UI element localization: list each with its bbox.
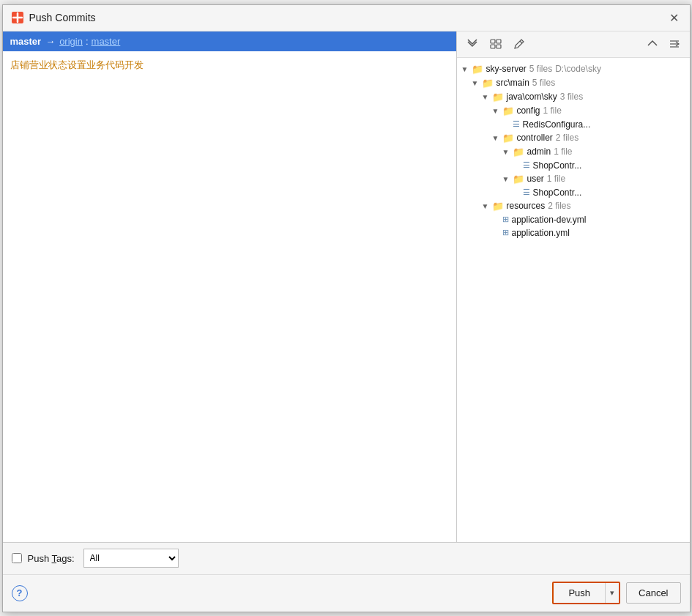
- svg-rect-2: [496, 40, 501, 43]
- redis-config-name: RedisConfigura...: [523, 119, 591, 130]
- controller-count: 2 files: [556, 133, 578, 143]
- config-name: config: [517, 105, 540, 116]
- push-tags-select[interactable]: All None: [83, 549, 179, 568]
- collapse-button[interactable]: [643, 34, 662, 53]
- tree-shop-controller-admin[interactable]: ▼ ☰ ShopContr...: [460, 159, 687, 172]
- folder-icon: 📁: [492, 201, 504, 212]
- chevron-down-icon: ▼: [501, 148, 511, 156]
- local-branch: master: [10, 36, 42, 47]
- bottom-bar: Push Tags: All None: [3, 543, 690, 575]
- yaml-file-icon: ⊞: [502, 228, 509, 237]
- edit-button[interactable]: [510, 34, 529, 53]
- spacer: ▼: [511, 161, 521, 169]
- branch-bar: master → origin : master: [3, 31, 456, 51]
- chevron-down-icon: ▼: [460, 65, 470, 73]
- src-main-name: src\main: [496, 78, 529, 88]
- user-name: user: [527, 174, 544, 184]
- file-tree: ▼ 📁 sky-server 5 files D:\code\sky ▼ 📁 s…: [457, 58, 690, 542]
- chevron-down-icon: ▼: [491, 107, 501, 115]
- right-toolbar: [457, 31, 690, 58]
- java-file-icon: ☰: [523, 160, 530, 170]
- push-dropdown-button[interactable]: ▾: [605, 583, 619, 603]
- folder-icon: 📁: [472, 64, 483, 75]
- spacer: ▼: [491, 215, 501, 223]
- tree-resources[interactable]: ▼ 📁 resources 2 files: [460, 199, 687, 213]
- root-count: 5 files: [529, 64, 552, 74]
- tree-root[interactable]: ▼ 📁 sky-server 5 files D:\code\sky: [460, 62, 687, 76]
- dialog-title: Push Commits: [29, 12, 96, 23]
- resources-name: resources: [507, 201, 546, 211]
- folder-icon: 📁: [513, 146, 524, 157]
- user-count: 1 file: [547, 174, 565, 184]
- tree-app-yml[interactable]: ▼ ⊞ application.yml: [460, 226, 687, 240]
- help-button[interactable]: ?: [12, 585, 28, 601]
- footer-left: ?: [12, 585, 28, 601]
- java-file-icon: ☰: [523, 188, 530, 197]
- admin-count: 1 file: [554, 146, 572, 157]
- chevron-down-icon: ▼: [491, 134, 501, 142]
- push-tags-checkbox[interactable]: [12, 553, 22, 563]
- java-com-sky-name: java\com\sky: [507, 92, 557, 102]
- right-panel: ▼ 📁 sky-server 5 files D:\code\sky ▼ 📁 s…: [457, 31, 690, 542]
- sort-button[interactable]: [665, 34, 684, 53]
- tree-src-main[interactable]: ▼ 📁 src\main 5 files: [460, 76, 687, 90]
- root-path: D:\code\sky: [555, 64, 601, 74]
- svg-rect-3: [491, 45, 495, 48]
- git-icon: [10, 10, 25, 25]
- root-name: sky-server: [486, 64, 527, 74]
- tree-app-dev-yml[interactable]: ▼ ⊞ application-dev.yml: [460, 213, 687, 226]
- left-panel: master → origin : master 店铺营业状态设置业务代码开发: [3, 31, 457, 542]
- title-bar: Push Commits ✕: [3, 5, 690, 31]
- folder-icon: 📁: [502, 105, 514, 116]
- tree-user[interactable]: ▼ 📁 user 1 file: [460, 172, 687, 186]
- spacer: ▼: [511, 188, 521, 196]
- java-file-icon: ☰: [513, 119, 520, 129]
- toolbar-left: [463, 34, 529, 53]
- app-yml-name: application.yml: [512, 228, 570, 238]
- footer: ? Push ▾ Cancel: [3, 575, 690, 612]
- spacer: ▼: [491, 229, 501, 237]
- tree-redis-config[interactable]: ▼ ☰ RedisConfigura...: [460, 118, 687, 131]
- title-bar-left: Push Commits: [10, 10, 96, 25]
- app-dev-yml-name: application-dev.yml: [512, 215, 587, 225]
- shop-controller-user-name: ShopContr...: [533, 188, 582, 198]
- push-button-group: Push ▾: [552, 582, 620, 604]
- push-button[interactable]: Push: [554, 583, 605, 603]
- tree-config[interactable]: ▼ 📁 config 1 file: [460, 104, 687, 118]
- tree-java-com-sky[interactable]: ▼ 📁 java\com\sky 3 files: [460, 90, 687, 104]
- config-count: 1 file: [543, 105, 562, 116]
- cancel-button[interactable]: Cancel: [626, 582, 680, 604]
- branch-arrow: →: [45, 36, 55, 47]
- group-button[interactable]: [486, 34, 505, 53]
- chevron-down-icon: ▼: [470, 79, 480, 87]
- folder-icon: 📁: [502, 133, 514, 144]
- close-button[interactable]: ✕: [666, 10, 682, 26]
- main-content: master → origin : master 店铺营业状态设置业务代码开发: [3, 31, 690, 543]
- svg-rect-4: [496, 45, 501, 48]
- src-main-count: 5 files: [532, 78, 555, 88]
- footer-right: Push ▾ Cancel: [552, 582, 680, 604]
- folder-icon: 📁: [513, 174, 524, 185]
- toolbar-right: [643, 34, 684, 53]
- yaml-file-icon: ⊞: [502, 215, 509, 224]
- spacer: ▼: [501, 120, 511, 128]
- commit-item[interactable]: 店铺营业状态设置业务代码开发: [10, 57, 449, 73]
- folder-icon: 📁: [482, 78, 494, 89]
- svg-rect-1: [491, 40, 495, 43]
- chevron-down-icon: ▼: [501, 175, 511, 183]
- chevron-down-icon: ▼: [480, 202, 491, 210]
- push-tags-underline: T: [52, 553, 57, 564]
- remote-name[interactable]: origin: [59, 36, 83, 47]
- tree-admin[interactable]: ▼ 📁 admin 1 file: [460, 145, 687, 159]
- java-com-sky-count: 3 files: [560, 92, 583, 102]
- expand-all-button[interactable]: [463, 34, 482, 53]
- colon: :: [86, 36, 89, 47]
- tree-shop-controller-user[interactable]: ▼ ☰ ShopContr...: [460, 186, 687, 199]
- tree-controller[interactable]: ▼ 📁 controller 2 files: [460, 131, 687, 145]
- push-tags-label: Push Tags:: [28, 553, 75, 564]
- chevron-down-icon: ▼: [480, 93, 491, 101]
- resources-count: 2 files: [548, 201, 570, 211]
- commit-list: 店铺营业状态设置业务代码开发: [3, 51, 456, 542]
- remote-branch[interactable]: master: [92, 36, 121, 47]
- folder-icon: 📁: [492, 92, 504, 103]
